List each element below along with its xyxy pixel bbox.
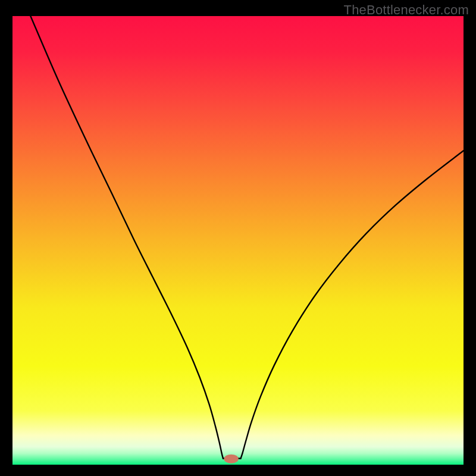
watermark-text: TheBottlenecker.com	[344, 2, 469, 18]
chart-frame: { "watermark": "TheBottlenecker.com", "c…	[0, 0, 476, 476]
optimal-point-marker	[224, 455, 239, 464]
bottleneck-chart	[12, 16, 464, 465]
chart-background	[12, 16, 464, 465]
